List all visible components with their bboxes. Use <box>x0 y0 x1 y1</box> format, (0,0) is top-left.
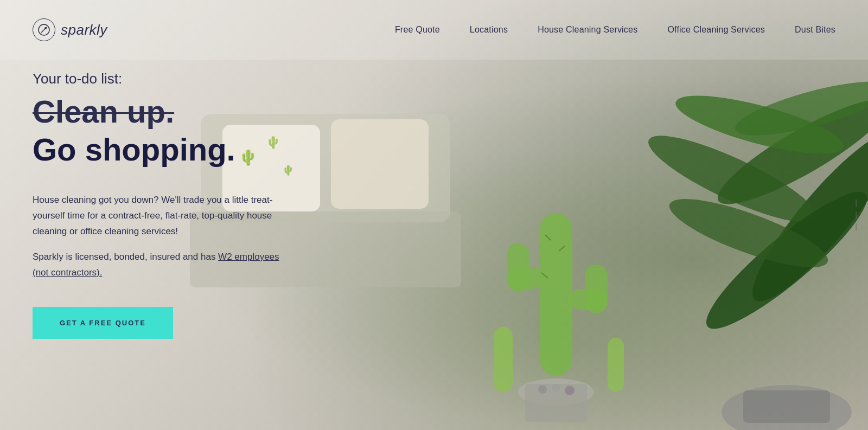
svg-rect-29 <box>331 119 429 209</box>
nav-link-house-cleaning[interactable]: House Cleaning Services <box>538 25 637 34</box>
nav-links: Free Quote Locations House Cleaning Serv… <box>395 25 835 35</box>
nav-item-locations: Locations <box>470 25 508 35</box>
logo-link[interactable]: sparkly <box>33 18 107 41</box>
cactus-decoration <box>461 159 651 430</box>
svg-rect-13 <box>585 265 608 313</box>
svg-point-33 <box>44 27 47 29</box>
svg-rect-8 <box>743 390 830 423</box>
side-dots <box>856 200 857 231</box>
side-dot-3 <box>856 223 857 231</box>
hero-content: Your to-do list: Clean up. Go shopping. … <box>33 70 293 339</box>
svg-rect-23 <box>608 338 624 392</box>
todo-label: Your to-do list: <box>33 70 293 87</box>
nav-link-office-cleaning[interactable]: Office Cleaning Services <box>667 25 765 34</box>
nav-item-dust-bites: Dust Bites <box>795 25 835 35</box>
nav-item-office-cleaning: Office Cleaning Services <box>667 25 765 35</box>
svg-point-19 <box>538 385 547 394</box>
side-dot-2 <box>856 211 857 219</box>
svg-point-20 <box>552 384 560 392</box>
nav-item-free-quote: Free Quote <box>395 25 440 35</box>
cta-button[interactable]: GET A FREE QUOTE <box>33 307 173 339</box>
svg-rect-9 <box>540 213 572 376</box>
nav-link-locations[interactable]: Locations <box>470 25 508 34</box>
description-1: House cleaning got you down? We'll trade… <box>33 192 293 240</box>
nav-link-free-quote[interactable]: Free Quote <box>395 25 440 34</box>
svg-rect-11 <box>507 243 529 292</box>
svg-point-21 <box>565 386 575 395</box>
logo-text: sparkly <box>61 22 107 38</box>
main-nav: sparkly Free Quote Locations House Clean… <box>0 0 868 60</box>
description-2-text: Sparkly is licensed, bonded, insured and… <box>33 252 218 262</box>
side-dot-1 <box>856 200 857 207</box>
nav-item-house-cleaning: House Cleaning Services <box>538 25 637 35</box>
svg-rect-22 <box>494 327 513 392</box>
nav-link-dust-bites[interactable]: Dust Bites <box>795 25 835 34</box>
description-2: Sparkly is licensed, bonded, insured and… <box>33 249 293 281</box>
logo-icon <box>33 18 55 41</box>
main-headline: Go shopping. <box>33 131 293 169</box>
strikethrough-headline: Clean up. <box>33 93 293 131</box>
